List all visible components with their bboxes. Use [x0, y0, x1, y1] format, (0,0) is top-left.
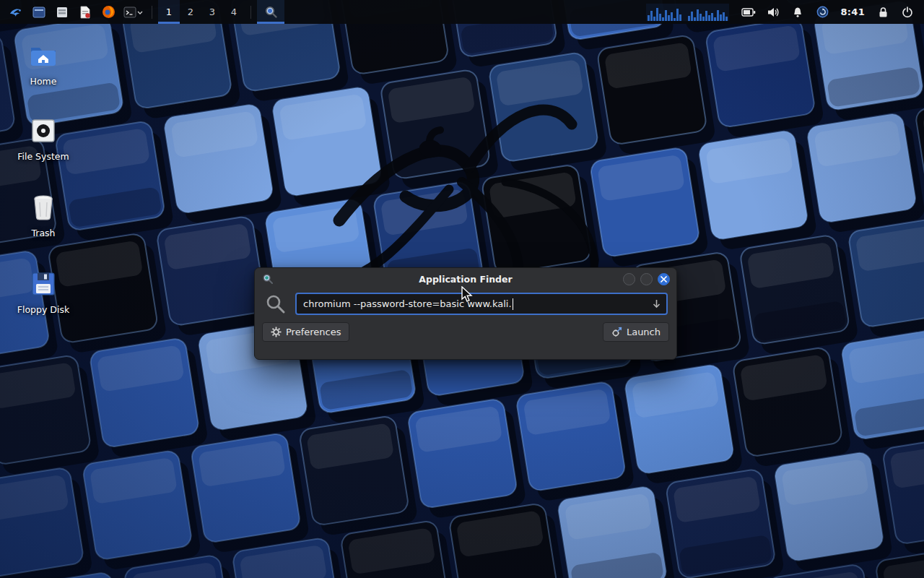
text-editor-icon[interactable]: [76, 3, 95, 22]
search-query-text: chromium --password-store=basic www.kali…: [303, 298, 512, 309]
application-finder-icon: [264, 5, 278, 19]
search-icon: [265, 293, 287, 315]
kali-menu-icon[interactable]: [6, 3, 25, 22]
application-finder-window: Application Finder chromium --password-s…: [254, 267, 677, 360]
floppy-disk-icon: [28, 269, 58, 299]
desktop-icon-label: Floppy Disk: [17, 304, 69, 315]
workspace-2[interactable]: 2: [180, 0, 201, 24]
workspace-1[interactable]: 1: [158, 0, 180, 24]
logout-power-icon[interactable]: [897, 3, 918, 22]
updates-icon[interactable]: [811, 3, 833, 22]
desktop-icon-label: Trash: [31, 228, 55, 238]
close-icon: [661, 276, 667, 282]
workspace-4[interactable]: 4: [223, 0, 245, 24]
home-folder-icon: [28, 40, 58, 71]
titlebar[interactable]: Application Finder: [255, 268, 676, 290]
volume-icon[interactable]: [762, 3, 784, 22]
desktop-icon-file-system[interactable]: File System: [9, 116, 78, 162]
history-dropdown-arrow-icon[interactable]: [651, 298, 662, 309]
firefox-icon[interactable]: [99, 3, 118, 22]
trash-can-icon: [28, 192, 58, 223]
desktop-icon-label: File System: [17, 151, 69, 162]
desktop-icon-home[interactable]: Home: [9, 40, 78, 87]
desktop-icon-floppy-disk[interactable]: Floppy Disk: [9, 269, 78, 315]
close-button[interactable]: [658, 273, 670, 285]
gear-icon: [271, 327, 282, 337]
panel-separator: [152, 6, 152, 19]
window-title: Application Finder: [255, 274, 676, 285]
launch-button[interactable]: Launch: [603, 322, 669, 342]
cpu-graph-icon[interactable]: [646, 4, 729, 21]
files-app-icon[interactable]: [30, 3, 48, 22]
clock[interactable]: 8:41: [834, 7, 871, 17]
top-panel: 1 2 3 4: [0, 0, 924, 24]
battery-icon[interactable]: [738, 3, 759, 22]
text-caret: [513, 298, 514, 310]
launch-icon: [611, 327, 622, 337]
workspace-3[interactable]: 3: [201, 0, 223, 24]
preferences-button[interactable]: Preferences: [262, 322, 349, 342]
notifications-bell-icon[interactable]: [787, 3, 808, 22]
file-system-drive-icon: [28, 116, 58, 146]
maximize-button[interactable]: [640, 273, 653, 285]
launch-button-label: Launch: [627, 327, 661, 337]
file-manager-icon[interactable]: [53, 3, 71, 22]
application-finder-icon: [262, 273, 274, 285]
desktop-icon-trash[interactable]: Trash: [9, 192, 78, 238]
search-input[interactable]: chromium --password-store=basic www.kali…: [295, 293, 668, 315]
lock-screen-icon[interactable]: [872, 3, 894, 22]
panel-separator: [250, 6, 251, 19]
preferences-button-label: Preferences: [286, 327, 341, 337]
desktop-icon-label: Home: [30, 76, 57, 87]
minimize-button[interactable]: [623, 273, 635, 285]
chevron-down-icon: [137, 9, 143, 15]
taskbar-application-finder-button[interactable]: [257, 0, 284, 24]
terminal-icon[interactable]: [122, 3, 144, 22]
